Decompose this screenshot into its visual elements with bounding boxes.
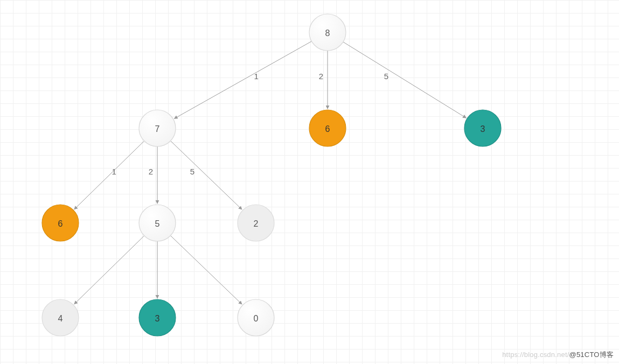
edge [174,41,311,119]
edges-layer: 125125 [74,41,467,304]
tree-node: 2 [238,205,274,241]
tree-node: 7 [139,110,176,146]
tree-node: 8 [309,14,346,51]
edge-label: 1 [254,72,259,81]
edge-label: 2 [319,72,323,81]
tree-node: 4 [42,299,79,336]
tree-node: 6 [42,205,79,241]
tree-node: 0 [238,299,274,336]
watermark-url: https://blog.csdn.net/ [502,351,569,359]
tree-node-label: 8 [325,29,330,38]
tree-node: 6 [309,110,346,146]
edge [171,236,242,304]
tree-node-label: 2 [254,219,259,228]
tree-node-label: 3 [155,314,160,323]
tree-node-label: 4 [58,314,63,323]
edge-label: 5 [384,72,388,81]
tree-node: 3 [464,110,501,146]
edge [171,141,242,209]
nodes-layer: 8763652430 [42,14,501,336]
edge [74,141,144,209]
tree-node: 3 [139,299,176,336]
watermark-text: @51CTO博客 [569,351,614,359]
edge-label: 2 [149,167,153,176]
edge [343,42,466,118]
tree-node: 5 [139,205,176,241]
tree-node-label: 6 [325,124,330,134]
tree-node-label: 6 [58,219,63,228]
edge-label: 5 [190,167,194,176]
tree-node-label: 5 [155,219,160,228]
tree-node-label: 0 [254,314,259,323]
tree-node-label: 7 [155,124,160,134]
edge-label: 1 [112,167,116,176]
edge [74,236,144,304]
tree-node-label: 3 [481,124,485,134]
tree-diagram: 125125 8763652430 [0,0,619,364]
watermark: https://blog.csdn.net/@51CTO博客 [502,350,614,360]
